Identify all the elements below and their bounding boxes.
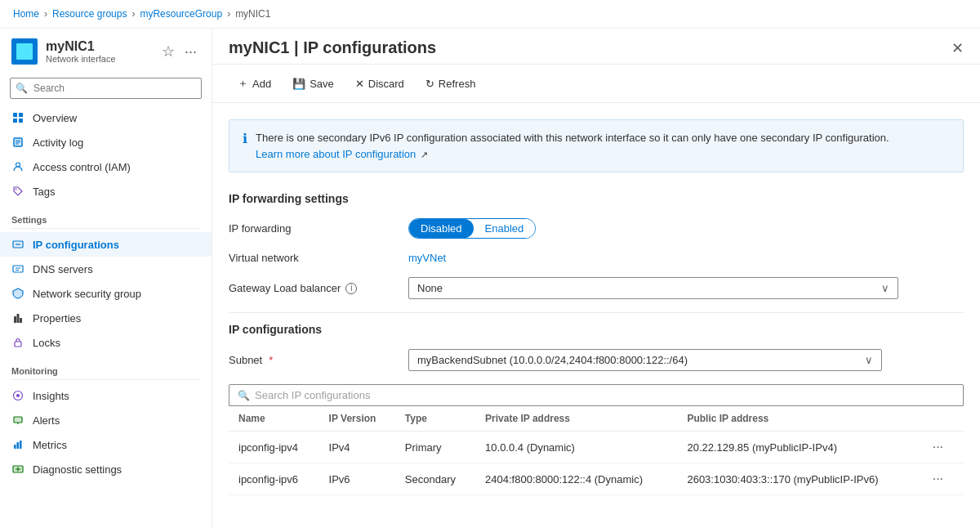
nav-tags[interactable]: Tags [0, 179, 212, 204]
nav-dns-servers[interactable]: DNS servers [0, 257, 212, 281]
external-link-icon: ↗ [421, 150, 428, 159]
subnet-value: myBackendSubnet (10.0.0.0/24,2404:f800:8… [417, 354, 688, 366]
nsg-icon [11, 287, 24, 300]
table-header-row: Name IP Version Type Private IP address … [229, 406, 964, 432]
nav-diagnostic-settings[interactable]: Diagnostic settings [0, 457, 212, 481]
ip-search-input[interactable] [255, 389, 955, 401]
alerts-icon [11, 414, 24, 427]
locks-icon [11, 336, 24, 349]
svg-rect-18 [15, 342, 21, 347]
gateway-lb-dropdown[interactable]: None ∨ [408, 277, 898, 299]
row2-public-ip: 2603:1030:403:3::170 (myPublicIP-IPv6) [677, 463, 917, 495]
col-public-ip: Public IP address [677, 406, 917, 432]
row1-more-button[interactable]: ··· [928, 438, 948, 456]
resource-header: myNIC1 | IP configurations ✕ [212, 29, 980, 65]
ip-forwarding-toggle[interactable]: Disabled Enabled [408, 218, 536, 239]
breadcrumb-my-resource-group[interactable]: myResourceGroup [140, 8, 222, 20]
toggle-disabled-button[interactable]: Disabled [409, 219, 474, 238]
row2-private-ip: 2404:f800:8000:122::4 (Dynamic) [475, 463, 677, 495]
section-divider [229, 312, 964, 313]
breadcrumb-resource-groups[interactable]: Resource groups [52, 8, 127, 20]
resource-type: Network interface [46, 54, 116, 64]
ip-forwarding-row: IP forwarding Disabled Enabled [229, 218, 964, 239]
nav-insights[interactable]: Insights [0, 383, 212, 408]
gateway-lb-label: Gateway Load balancer [229, 282, 341, 294]
nic-icon [11, 38, 38, 65]
refresh-icon: ↻ [425, 78, 434, 90]
nav-nsg-label: Network security group [33, 288, 141, 300]
nav-properties[interactable]: Properties [0, 306, 212, 330]
tags-icon [11, 185, 24, 198]
nav-locks[interactable]: Locks [0, 330, 212, 355]
chevron-down-icon: ∨ [881, 282, 889, 294]
info-banner-text: There is one secondary IPv6 IP configura… [256, 132, 889, 144]
virtual-network-link[interactable]: myVNet [408, 252, 446, 264]
add-button[interactable]: ＋ Add [229, 71, 280, 96]
table-row: ipconfig-ipv6 IPv6 Secondary 2404:f800:8… [229, 463, 964, 495]
nav-activity-log[interactable]: Activity log [0, 130, 212, 154]
nav-overview[interactable]: Overview [0, 105, 212, 130]
svg-point-8 [16, 163, 20, 167]
discard-label: Discard [368, 78, 404, 90]
subnet-chevron-icon: ∨ [865, 354, 873, 366]
row2-type: Secondary [395, 463, 475, 495]
nav-metrics[interactable]: Metrics [0, 432, 212, 457]
svg-point-20 [16, 394, 20, 397]
refresh-button[interactable]: ↻ Refresh [416, 73, 485, 95]
close-button[interactable]: ✕ [951, 39, 964, 57]
svg-point-9 [16, 189, 17, 190]
favorite-button[interactable]: ☆ [158, 41, 178, 62]
ip-configurations-section: IP configurations Subnet * myBackendSubn… [229, 323, 964, 495]
ip-forwarding-section-title: IP forwarding settings [229, 192, 964, 205]
ip-configurations-table: Name IP Version Type Private IP address … [229, 406, 964, 495]
nav-alerts-label: Alerts [33, 414, 60, 427]
toolbar: ＋ Add 💾 Save ✕ Discard ↻ Refresh [212, 65, 980, 103]
add-label: Add [252, 78, 271, 90]
svg-rect-24 [17, 442, 20, 449]
svg-rect-12 [13, 266, 23, 272]
dns-icon [11, 262, 24, 275]
gateway-lb-row: Gateway Load balancer i None ∨ [229, 277, 964, 299]
info-banner-link[interactable]: Learn more about IP configuration [256, 148, 416, 160]
add-icon: ＋ [238, 76, 248, 91]
row1-ip-version: IPv4 [319, 432, 395, 463]
nav-ip-configurations[interactable]: IP configurations [0, 232, 212, 257]
toggle-enabled-button[interactable]: Enabled [474, 219, 536, 238]
row1-name: ipconfig-ipv4 [229, 432, 319, 463]
more-options-button[interactable]: ··· [181, 42, 200, 62]
row2-ip-version: IPv6 [319, 463, 395, 495]
subnet-dropdown[interactable]: myBackendSubnet (10.0.0.0/24,2404:f800:8… [408, 349, 882, 371]
col-name: Name [229, 406, 319, 432]
nav-network-security-group[interactable]: Network security group [0, 281, 212, 306]
refresh-label: Refresh [439, 78, 476, 90]
gateway-lb-value: None [417, 282, 443, 294]
save-button[interactable]: 💾 Save [283, 73, 343, 95]
search-icon: 🔍 [16, 83, 28, 94]
breadcrumb-home[interactable]: Home [13, 8, 39, 20]
nav-ip-configurations-label: IP configurations [33, 239, 119, 251]
col-private-ip: Private IP address [475, 406, 677, 432]
gateway-lb-info-icon[interactable]: i [345, 283, 357, 294]
iam-icon [11, 160, 24, 173]
page-content: ℹ There is one secondary IPv6 IP configu… [212, 103, 980, 512]
nav-access-control[interactable]: Access control (IAM) [0, 154, 212, 179]
row2-more-button[interactable]: ··· [928, 470, 948, 488]
row2-name: ipconfig-ipv6 [229, 463, 319, 495]
sidebar-search-container: 🔍 [10, 78, 202, 99]
breadcrumb-current: myNIC1 [235, 8, 270, 20]
svg-rect-1 [19, 113, 23, 117]
col-ip-version: IP Version [319, 406, 395, 432]
search-input[interactable] [10, 78, 202, 99]
nav-alerts[interactable]: Alerts [0, 408, 212, 432]
insights-icon [11, 389, 24, 402]
svg-rect-25 [20, 441, 22, 449]
monitoring-section-label: Monitoring [0, 355, 212, 379]
resource-name: myNIC1 [46, 39, 116, 54]
ip-configurations-section-title: IP configurations [229, 323, 964, 336]
discard-button[interactable]: ✕ Discard [346, 73, 413, 95]
metrics-icon [11, 438, 24, 451]
svg-rect-23 [14, 445, 16, 449]
nav-locks-label: Locks [33, 337, 60, 349]
svg-rect-16 [17, 314, 20, 323]
table-row: ipconfig-ipv4 IPv4 Primary 10.0.0.4 (Dyn… [229, 432, 964, 463]
